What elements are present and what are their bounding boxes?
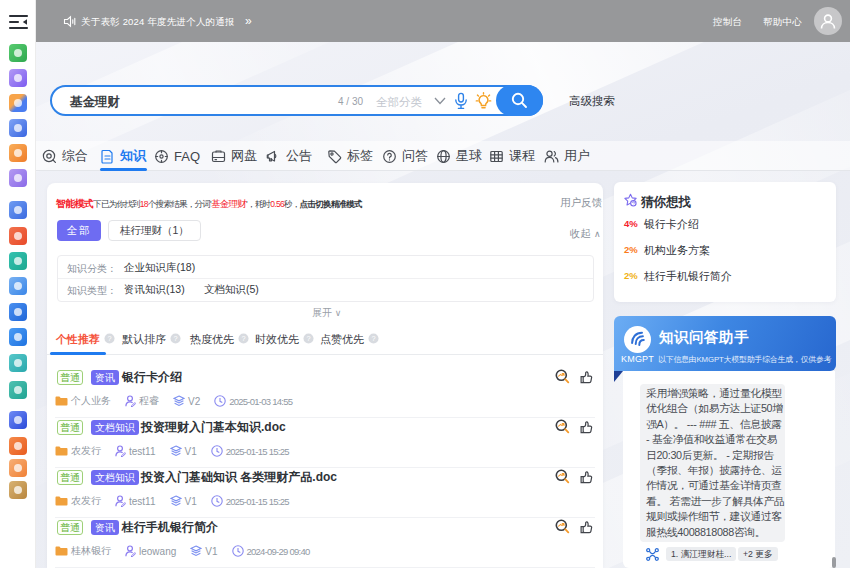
svg-text:?: ? xyxy=(241,334,245,343)
svg-text:?: ? xyxy=(107,334,111,343)
svg-text:?: ? xyxy=(306,334,310,343)
svg-text:?: ? xyxy=(371,334,375,343)
svg-text:?: ? xyxy=(173,334,177,343)
